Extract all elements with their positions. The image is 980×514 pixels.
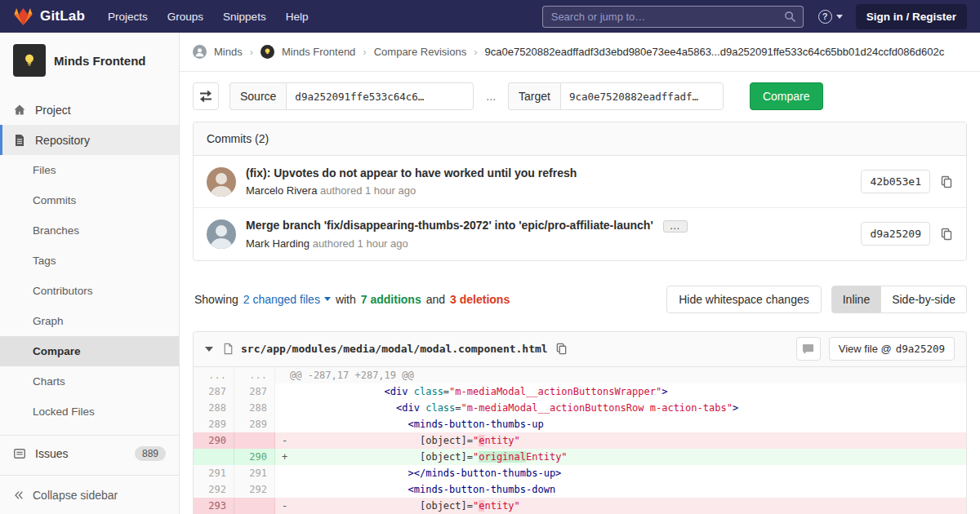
new-line-number[interactable]: 290 xyxy=(234,449,275,465)
old-line-number[interactable]: 291 xyxy=(194,465,234,481)
document-icon xyxy=(13,134,26,147)
commit-sha-group: 42b053e1 xyxy=(861,170,953,193)
sidebar-item-project[interactable]: Project xyxy=(0,95,179,125)
toggle-comments-button[interactable] xyxy=(796,337,821,361)
project-header-link[interactable]: Minds Frontend xyxy=(0,33,179,86)
gitlab-tanuki-icon xyxy=(13,7,33,27)
commit-row: Merge branch 'fix/disappearing-thumbs-20… xyxy=(194,207,966,260)
code-segment xyxy=(290,451,420,463)
additions-count: 7 additions xyxy=(361,293,421,306)
sidebar-item-charts[interactable]: Charts xyxy=(0,366,179,397)
new-line-number[interactable]: 287 xyxy=(234,383,275,400)
sidebar-item-commits[interactable]: Commits xyxy=(0,185,179,215)
nav-help[interactable]: Help xyxy=(286,11,309,23)
diff-line-content: ></minds-button-thumbs-up> xyxy=(275,465,966,481)
new-line-number[interactable]: 288 xyxy=(234,400,275,416)
breadcrumb-project-link[interactable]: Minds Frontend xyxy=(282,46,355,58)
sign-in-button[interactable]: Sign in / Register xyxy=(856,4,967,29)
search-box[interactable] xyxy=(542,6,804,28)
sidebar-item-label: Repository xyxy=(35,134,90,147)
help-dropdown[interactable]: ? xyxy=(818,10,843,24)
diff-file-path[interactable]: src/app/modules/media/modal/modal.compon… xyxy=(241,343,548,355)
gitlab-home-link[interactable]: GitLab xyxy=(13,7,85,27)
new-line-number[interactable] xyxy=(234,498,275,514)
old-line-number[interactable]: 289 xyxy=(194,416,234,432)
view-file-sha: d9a25209 xyxy=(896,343,945,355)
nav-projects[interactable]: Projects xyxy=(108,11,148,23)
old-line-number[interactable]: 293 xyxy=(194,498,234,514)
old-line-number[interactable]: 290 xyxy=(194,432,234,449)
diff-line-content: + [object]="originalEntity" xyxy=(275,449,966,465)
collapse-sidebar-label: Collapse sidebar xyxy=(33,489,118,502)
copy-sha-button[interactable] xyxy=(940,228,953,241)
gitlab-app: GitLab Projects Groups Snippets Help ? S… xyxy=(0,0,980,514)
breadcrumb-compare-link[interactable]: Compare Revisions xyxy=(374,46,466,58)
new-line-number[interactable] xyxy=(234,432,275,449)
question-icon: ? xyxy=(818,10,832,24)
code-segment: <div xyxy=(385,386,408,397)
deletions-count: 3 deletions xyxy=(450,293,510,306)
commit-meta: Marcelo Rivera authored 1 hour ago xyxy=(246,184,861,197)
commit-author-avatar[interactable] xyxy=(207,167,236,197)
sidebar-item-repository[interactable]: Repository xyxy=(0,125,179,155)
inline-view-button[interactable]: Inline xyxy=(831,286,881,313)
commit-sha-group: d9a25209 xyxy=(861,222,953,246)
view-file-button[interactable]: View file @ d9a25209 xyxy=(829,337,955,361)
sidebar-item-branches[interactable]: Branches xyxy=(0,215,179,246)
compare-button[interactable]: Compare xyxy=(750,82,823,110)
sidebar-item-graph[interactable]: Graph xyxy=(0,306,179,336)
old-line-number[interactable] xyxy=(194,449,234,465)
breadcrumb-current: 9ca0e7520882eadffadf3d3ebd980e73ee4a5863… xyxy=(484,46,944,58)
sidebar-item-compare[interactable]: Compare xyxy=(0,336,179,366)
swap-revisions-button[interactable] xyxy=(193,82,219,110)
commit-title-link[interactable]: (fix): Upvotes do not appear to have wor… xyxy=(246,166,577,179)
nav-groups[interactable]: Groups xyxy=(167,11,203,23)
collapse-sidebar-button[interactable]: Collapse sidebar xyxy=(0,475,179,514)
nav-snippets[interactable]: Snippets xyxy=(223,11,266,23)
new-line-number[interactable]: ... xyxy=(234,367,275,383)
new-line-number[interactable]: 289 xyxy=(234,416,275,432)
diff-file-actions: View file @ d9a25209 xyxy=(796,337,955,361)
person-icon xyxy=(207,219,236,249)
diff-line: 290- [object]="entity" xyxy=(194,432,966,449)
search-input[interactable] xyxy=(551,11,784,23)
old-line-number[interactable]: 292 xyxy=(194,481,234,498)
commit-sha-button[interactable]: 42b053e1 xyxy=(861,170,930,193)
code-segment xyxy=(290,386,385,397)
commit-authored-ago: authored 1 hour ago xyxy=(313,237,408,250)
code-segment: "m-mediaModal__actionButtonsWrapper" xyxy=(449,386,662,397)
collapse-diff-caret[interactable] xyxy=(205,347,213,352)
copy-file-path-button[interactable] xyxy=(555,343,568,355)
breadcrumb-group-link[interactable]: Minds xyxy=(214,46,243,58)
changed-files-dropdown[interactable]: 2 changed files xyxy=(243,293,331,306)
sidebar-item-tags[interactable]: Tags xyxy=(0,246,179,276)
commit-title-link[interactable]: Merge branch 'fix/disappearing-thumbs-20… xyxy=(246,219,653,232)
chevron-down-icon xyxy=(836,15,843,19)
main-content: Minds › Minds Frontend › Compare Revisio… xyxy=(180,33,980,514)
new-line-number[interactable]: 292 xyxy=(234,481,275,498)
side-by-side-view-button[interactable]: Side-by-side xyxy=(881,286,967,313)
copy-sha-button[interactable] xyxy=(940,175,953,188)
source-group: Source xyxy=(229,82,474,110)
old-line-number[interactable]: ... xyxy=(194,367,234,383)
sidebar-item-files[interactable]: Files xyxy=(0,155,179,185)
sidebar-item-locked-files[interactable]: Locked Files xyxy=(0,397,179,427)
diff-line: 287287 <div class="m-mediaModal__actionB… xyxy=(194,383,966,400)
sidebar-item-contributors[interactable]: Contributors xyxy=(0,276,179,306)
target-input[interactable] xyxy=(560,82,724,110)
commit-author-link[interactable]: Mark Harding xyxy=(246,237,310,250)
commit-author-avatar[interactable] xyxy=(207,219,236,249)
diff-line-marker: + xyxy=(275,449,290,465)
new-line-number[interactable]: 291 xyxy=(234,465,275,481)
hide-whitespace-button[interactable]: Hide whitespace changes xyxy=(666,286,822,313)
sidebar-item-issues[interactable]: Issues 889 xyxy=(0,435,179,471)
brand-name: GitLab xyxy=(40,8,85,24)
source-input[interactable] xyxy=(286,82,474,110)
expand-commit-message-button[interactable]: … xyxy=(663,220,688,233)
commit-author-link[interactable]: Marcelo Rivera xyxy=(246,184,317,197)
diff-line-content: <div class="m-mediaModal__actionButtonsW… xyxy=(275,383,966,400)
old-line-number[interactable]: 288 xyxy=(194,400,234,416)
top-navbar: GitLab Projects Groups Snippets Help ? S… xyxy=(0,0,980,33)
commit-sha-button[interactable]: d9a25209 xyxy=(861,222,930,246)
old-line-number[interactable]: 287 xyxy=(194,383,234,400)
